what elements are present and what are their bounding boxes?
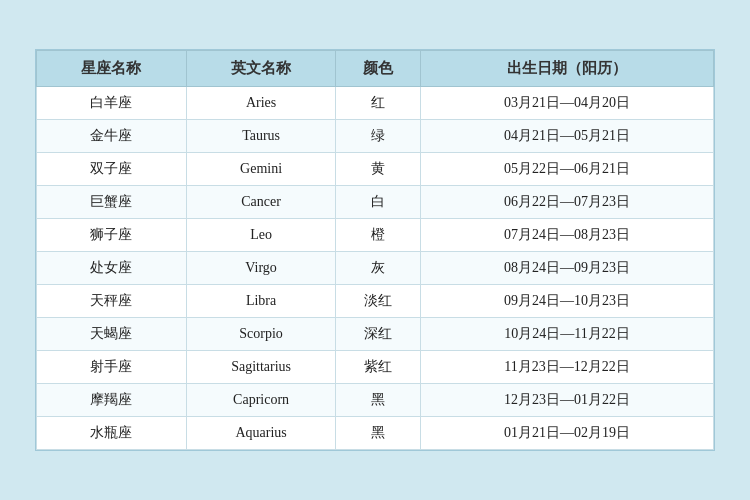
table-row: 天秤座Libra淡红09月24日—10月23日: [37, 285, 714, 318]
table-cell-r9-c0: 摩羯座: [37, 384, 187, 417]
table-header-row: 星座名称英文名称颜色出生日期（阳历）: [37, 51, 714, 87]
table-cell-r10-c2: 黑: [336, 417, 421, 450]
table-cell-r6-c1: Libra: [186, 285, 336, 318]
table-cell-r5-c3: 08月24日—09月23日: [421, 252, 714, 285]
table-cell-r1-c2: 绿: [336, 120, 421, 153]
table-cell-r5-c2: 灰: [336, 252, 421, 285]
table-cell-r4-c1: Leo: [186, 219, 336, 252]
table-row: 巨蟹座Cancer白06月22日—07月23日: [37, 186, 714, 219]
table-row: 水瓶座Aquarius黑01月21日—02月19日: [37, 417, 714, 450]
table-cell-r0-c2: 红: [336, 87, 421, 120]
table-cell-r8-c1: Sagittarius: [186, 351, 336, 384]
table-cell-r6-c2: 淡红: [336, 285, 421, 318]
table-row: 处女座Virgo灰08月24日—09月23日: [37, 252, 714, 285]
table-cell-r2-c3: 05月22日—06月21日: [421, 153, 714, 186]
header-col-1: 英文名称: [186, 51, 336, 87]
table-cell-r3-c2: 白: [336, 186, 421, 219]
table-cell-r4-c0: 狮子座: [37, 219, 187, 252]
table-cell-r8-c2: 紫红: [336, 351, 421, 384]
table-row: 射手座Sagittarius紫红11月23日—12月22日: [37, 351, 714, 384]
table-cell-r4-c3: 07月24日—08月23日: [421, 219, 714, 252]
table-cell-r5-c1: Virgo: [186, 252, 336, 285]
table-cell-r1-c1: Taurus: [186, 120, 336, 153]
table-cell-r4-c2: 橙: [336, 219, 421, 252]
table-cell-r6-c0: 天秤座: [37, 285, 187, 318]
table-row: 金牛座Taurus绿04月21日—05月21日: [37, 120, 714, 153]
table-row: 天蝎座Scorpio深红10月24日—11月22日: [37, 318, 714, 351]
table-cell-r2-c2: 黄: [336, 153, 421, 186]
header-col-3: 出生日期（阳历）: [421, 51, 714, 87]
table-row: 白羊座Aries红03月21日—04月20日: [37, 87, 714, 120]
table-cell-r7-c2: 深红: [336, 318, 421, 351]
table-cell-r3-c1: Cancer: [186, 186, 336, 219]
table-cell-r10-c1: Aquarius: [186, 417, 336, 450]
table-cell-r6-c3: 09月24日—10月23日: [421, 285, 714, 318]
table-cell-r9-c2: 黑: [336, 384, 421, 417]
table-cell-r8-c3: 11月23日—12月22日: [421, 351, 714, 384]
header-col-0: 星座名称: [37, 51, 187, 87]
table-cell-r10-c3: 01月21日—02月19日: [421, 417, 714, 450]
table-cell-r1-c3: 04月21日—05月21日: [421, 120, 714, 153]
table-cell-r2-c1: Gemini: [186, 153, 336, 186]
table-cell-r8-c0: 射手座: [37, 351, 187, 384]
table-cell-r7-c0: 天蝎座: [37, 318, 187, 351]
table-cell-r1-c0: 金牛座: [37, 120, 187, 153]
table-cell-r0-c1: Aries: [186, 87, 336, 120]
table-cell-r7-c1: Scorpio: [186, 318, 336, 351]
table-row: 狮子座Leo橙07月24日—08月23日: [37, 219, 714, 252]
table-row: 双子座Gemini黄05月22日—06月21日: [37, 153, 714, 186]
table-cell-r3-c3: 06月22日—07月23日: [421, 186, 714, 219]
zodiac-table: 星座名称英文名称颜色出生日期（阳历） 白羊座Aries红03月21日—04月20…: [36, 50, 714, 450]
table-cell-r3-c0: 巨蟹座: [37, 186, 187, 219]
table-cell-r10-c0: 水瓶座: [37, 417, 187, 450]
header-col-2: 颜色: [336, 51, 421, 87]
table-cell-r9-c1: Capricorn: [186, 384, 336, 417]
table-cell-r0-c0: 白羊座: [37, 87, 187, 120]
table-cell-r2-c0: 双子座: [37, 153, 187, 186]
table-cell-r5-c0: 处女座: [37, 252, 187, 285]
table-row: 摩羯座Capricorn黑12月23日—01月22日: [37, 384, 714, 417]
zodiac-table-container: 星座名称英文名称颜色出生日期（阳历） 白羊座Aries红03月21日—04月20…: [35, 49, 715, 451]
table-cell-r0-c3: 03月21日—04月20日: [421, 87, 714, 120]
table-cell-r7-c3: 10月24日—11月22日: [421, 318, 714, 351]
table-cell-r9-c3: 12月23日—01月22日: [421, 384, 714, 417]
